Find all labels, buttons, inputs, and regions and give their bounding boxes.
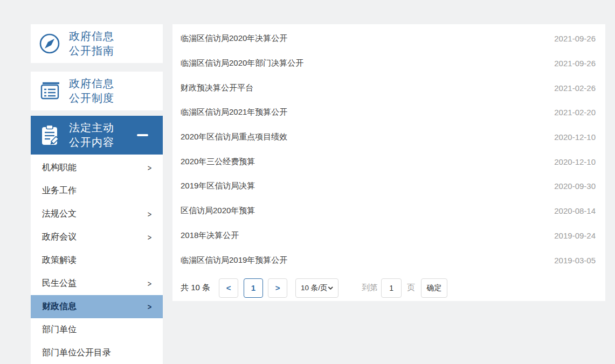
sidebar: 政府信息 公开指南 政府信息 公开制度 bbox=[31, 24, 163, 364]
sidebar-menu-item[interactable]: 部门单位 > bbox=[31, 318, 163, 341]
pagination-next-button[interactable]: > bbox=[268, 278, 287, 298]
sidebar-menu-item[interactable]: 政策解读 > bbox=[31, 249, 163, 272]
pagination-page-1-button[interactable]: 1 bbox=[244, 278, 263, 298]
chevron-right-icon: > bbox=[148, 163, 151, 172]
article-row[interactable]: 临淄区信访局2020年部门决算公开 2021-09-26 bbox=[181, 51, 596, 76]
article-title-link[interactable]: 2018年决算公开 bbox=[181, 230, 239, 241]
article-row[interactable]: 2020年三公经费预算 2020-12-10 bbox=[181, 149, 596, 174]
article-title-link[interactable]: 2019年区信访局决算 bbox=[181, 181, 255, 191]
card-label-line2: 公开指南 bbox=[69, 44, 114, 58]
sidebar-card-disclosure-guide[interactable]: 政府信息 公开指南 bbox=[31, 24, 163, 63]
chevron-right-icon: > bbox=[148, 209, 151, 219]
article-row[interactable]: 临淄区信访局2019年预算公开 2019-03-05 bbox=[181, 248, 596, 272]
page-size-select[interactable]: 10 条/页 bbox=[295, 278, 338, 298]
article-date: 2021-09-26 bbox=[554, 34, 596, 43]
article-list: 临淄区信访局2020年决算公开 2021-09-26 临淄区信访局2020年部门… bbox=[172, 24, 605, 272]
caret-down-icon bbox=[328, 286, 333, 290]
sidebar-menu-item[interactable]: 法规公文 > bbox=[31, 202, 163, 226]
article-date: 2019-03-05 bbox=[554, 256, 596, 265]
sidebar-menu-item-label: 政策解读 bbox=[42, 255, 77, 266]
sidebar-menu-item-label: 部门单位公开目录 bbox=[42, 347, 111, 359]
clipboard-pencil-icon bbox=[38, 123, 61, 147]
sidebar-card-disclosure-system[interactable]: 政府信息 公开制度 bbox=[31, 72, 163, 110]
sidebar-menu-item[interactable]: 部门单位公开目录 > bbox=[31, 341, 163, 364]
sidebar-menu-item-label: 民生公益 bbox=[42, 278, 77, 289]
pagination-bar: 共 10 条 < 1 > 10 条/页 到第 页 确定 bbox=[181, 278, 605, 298]
page-canvas: 政府信息 公开指南 政府信息 公开制度 bbox=[0, 0, 615, 364]
sidebar-menu-item[interactable]: 机构职能 > bbox=[31, 156, 163, 179]
page-size-select-value: 10 条/页 bbox=[301, 283, 328, 293]
article-title-link[interactable]: 区信访局2020年预算 bbox=[181, 206, 255, 216]
article-row[interactable]: 2020年区信访局重点项目绩效 2020-12-10 bbox=[181, 125, 596, 150]
sidebar-menu-item-label: 财政信息 bbox=[42, 301, 77, 312]
pagination-total-count: 共 10 条 bbox=[181, 283, 210, 293]
sidebar-section-header-statutory-disclosure[interactable]: 法定主动 公开内容 bbox=[31, 116, 163, 155]
sidebar-menu-item[interactable]: 财政信息 > bbox=[31, 295, 163, 318]
article-list-panel: 临淄区信访局2020年决算公开 2021-09-26 临淄区信访局2020年部门… bbox=[172, 24, 605, 301]
chevron-right-icon: > bbox=[148, 233, 151, 242]
article-date: 2020-08-14 bbox=[554, 206, 596, 215]
article-row[interactable]: 临淄区信访局2021年预算公开 2021-02-20 bbox=[181, 100, 596, 125]
chevron-right-icon: > bbox=[148, 279, 151, 288]
document-list-icon bbox=[38, 79, 61, 103]
article-title-link[interactable]: 临淄区信访局2019年预算公开 bbox=[181, 255, 287, 265]
article-row[interactable]: 临淄区信访局2020年决算公开 2021-09-26 bbox=[181, 26, 596, 51]
compass-icon bbox=[38, 32, 61, 55]
sidebar-card-label: 政府信息 公开指南 bbox=[69, 29, 114, 58]
sidebar-menu-item[interactable]: 业务工作 > bbox=[31, 179, 163, 202]
card-label-line1: 政府信息 bbox=[69, 29, 114, 44]
article-date: 2020-12-10 bbox=[554, 132, 596, 142]
sidebar-menu-item-label: 政府会议 bbox=[42, 232, 77, 243]
sidebar-menu-item-label: 业务工作 bbox=[42, 185, 77, 197]
sidebar-menu: 机构职能 > 业务工作 > 法规公文 > 政府会议 > 政策解读 > 民生公益 … bbox=[31, 155, 163, 364]
section-header-line2: 公开内容 bbox=[69, 135, 114, 150]
article-title-link[interactable]: 财政预决算公开平台 bbox=[181, 83, 253, 93]
article-title-link[interactable]: 临淄区信访局2021年预算公开 bbox=[181, 107, 287, 117]
article-row[interactable]: 2018年决算公开 2019-09-24 bbox=[181, 223, 596, 248]
article-date: 2021-02-26 bbox=[554, 83, 596, 93]
article-title-link[interactable]: 2020年三公经费预算 bbox=[181, 157, 255, 167]
article-date: 2021-02-20 bbox=[554, 108, 596, 117]
article-row[interactable]: 财政预决算公开平台 2021-02-26 bbox=[181, 75, 596, 100]
collapse-minus-icon[interactable] bbox=[137, 134, 148, 136]
article-row[interactable]: 2019年区信访局决算 2020-09-30 bbox=[181, 174, 596, 199]
chevron-right-icon: > bbox=[275, 283, 280, 292]
card-label-line1: 政府信息 bbox=[69, 76, 114, 91]
chevron-right-icon: > bbox=[148, 302, 151, 311]
sidebar-card-label: 政府信息 公开制度 bbox=[69, 76, 114, 106]
article-title-link[interactable]: 2020年区信访局重点项目绩效 bbox=[181, 132, 287, 142]
card-label-line2: 公开制度 bbox=[69, 91, 114, 106]
sidebar-menu-item[interactable]: 政府会议 > bbox=[31, 226, 163, 249]
article-row[interactable]: 区信访局2020年预算 2020-08-14 bbox=[181, 199, 596, 223]
goto-page-confirm-button[interactable]: 确定 bbox=[421, 278, 447, 298]
article-date: 2020-09-30 bbox=[554, 181, 596, 191]
sidebar-menu-item-label: 法规公文 bbox=[42, 208, 77, 220]
article-date: 2019-09-24 bbox=[554, 231, 596, 240]
sidebar-menu-item-label: 部门单位 bbox=[42, 324, 77, 335]
sidebar-menu-item[interactable]: 民生公益 > bbox=[31, 272, 163, 295]
chevron-left-icon: < bbox=[226, 283, 231, 292]
article-title-link[interactable]: 临淄区信访局2020年部门决算公开 bbox=[181, 58, 303, 68]
goto-page-prefix-label: 到第 bbox=[362, 283, 378, 293]
sidebar-section-header-label: 法定主动 公开内容 bbox=[69, 121, 114, 150]
sidebar-menu-item-label: 机构职能 bbox=[42, 162, 77, 173]
article-title-link[interactable]: 临淄区信访局2020年决算公开 bbox=[181, 33, 287, 44]
pagination-prev-button[interactable]: < bbox=[219, 278, 238, 298]
article-date: 2020-12-10 bbox=[554, 157, 596, 166]
article-date: 2021-09-26 bbox=[554, 59, 596, 68]
goto-page-input[interactable] bbox=[381, 278, 402, 298]
goto-page-suffix-label: 页 bbox=[407, 283, 415, 293]
section-header-line1: 法定主动 bbox=[69, 121, 114, 135]
